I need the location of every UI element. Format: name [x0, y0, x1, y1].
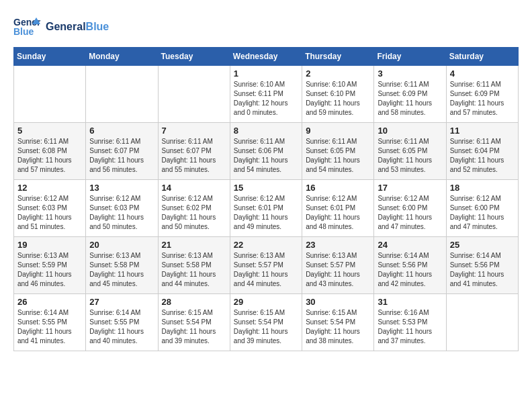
calendar-week-row: 26Sunrise: 6:14 AM Sunset: 5:55 PM Dayli… [14, 294, 519, 351]
calendar-week-row: 19Sunrise: 6:13 AM Sunset: 5:59 PM Dayli… [14, 237, 519, 294]
calendar-cell [446, 294, 518, 351]
calendar-cell [86, 66, 158, 123]
cell-content: Sunrise: 6:11 AM Sunset: 6:09 PM Dayligh… [450, 80, 515, 118]
weekday-header-tuesday: Tuesday [158, 48, 230, 66]
day-number: 17 [378, 183, 442, 193]
day-number: 4 [450, 68, 515, 79]
calendar-header-row: SundayMondayTuesdayWednesdayThursdayFrid… [14, 48, 519, 66]
calendar-cell: 28Sunrise: 6:15 AM Sunset: 5:54 PM Dayli… [158, 294, 230, 351]
day-number: 19 [17, 240, 82, 250]
cell-content: Sunrise: 6:13 AM Sunset: 5:57 PM Dayligh… [306, 251, 370, 289]
calendar-cell: 29Sunrise: 6:15 AM Sunset: 5:54 PM Dayli… [230, 294, 302, 351]
calendar-cell: 13Sunrise: 6:12 AM Sunset: 6:03 PM Dayli… [86, 180, 158, 237]
cell-content: Sunrise: 6:13 AM Sunset: 5:57 PM Dayligh… [234, 251, 298, 289]
calendar-cell: 6Sunrise: 6:11 AM Sunset: 6:07 PM Daylig… [86, 123, 158, 180]
weekday-header-thursday: Thursday [302, 48, 374, 66]
cell-content: Sunrise: 6:12 AM Sunset: 6:02 PM Dayligh… [162, 194, 226, 232]
cell-content: Sunrise: 6:14 AM Sunset: 5:55 PM Dayligh… [89, 308, 154, 346]
calendar-week-row: 12Sunrise: 6:12 AM Sunset: 6:03 PM Dayli… [14, 180, 519, 237]
day-number: 24 [378, 240, 442, 250]
cell-content: Sunrise: 6:10 AM Sunset: 6:11 PM Dayligh… [234, 80, 298, 118]
day-number: 15 [234, 183, 298, 193]
calendar-cell: 23Sunrise: 6:13 AM Sunset: 5:57 PM Dayli… [302, 237, 374, 294]
day-number: 20 [89, 240, 154, 250]
logo: General Blue GeneralBlue [13, 13, 109, 40]
weekday-header-friday: Friday [374, 48, 446, 66]
cell-content: Sunrise: 6:11 AM Sunset: 6:07 PM Dayligh… [162, 137, 226, 175]
cell-content: Sunrise: 6:13 AM Sunset: 5:58 PM Dayligh… [89, 251, 154, 289]
cell-content: Sunrise: 6:12 AM Sunset: 6:03 PM Dayligh… [89, 194, 154, 232]
day-number: 26 [17, 297, 82, 307]
calendar-cell: 9Sunrise: 6:11 AM Sunset: 6:05 PM Daylig… [302, 123, 374, 180]
weekday-header-monday: Monday [86, 48, 158, 66]
calendar-cell: 5Sunrise: 6:11 AM Sunset: 6:08 PM Daylig… [14, 123, 86, 180]
day-number: 10 [378, 126, 442, 136]
day-number: 23 [306, 240, 370, 250]
calendar-cell: 1Sunrise: 6:10 AM Sunset: 6:11 PM Daylig… [230, 66, 302, 123]
calendar-cell: 8Sunrise: 6:11 AM Sunset: 6:06 PM Daylig… [230, 123, 302, 180]
day-number: 29 [234, 297, 298, 307]
calendar-table: SundayMondayTuesdayWednesdayThursdayFrid… [13, 47, 519, 351]
weekday-header-sunday: Sunday [14, 48, 86, 66]
cell-content: Sunrise: 6:11 AM Sunset: 6:04 PM Dayligh… [450, 137, 515, 175]
day-number: 21 [162, 240, 226, 250]
cell-content: Sunrise: 6:15 AM Sunset: 5:54 PM Dayligh… [162, 308, 226, 346]
calendar-cell: 7Sunrise: 6:11 AM Sunset: 6:07 PM Daylig… [158, 123, 230, 180]
logo-general: General [46, 21, 86, 32]
day-number: 13 [89, 183, 154, 193]
cell-content: Sunrise: 6:15 AM Sunset: 5:54 PM Dayligh… [306, 308, 370, 346]
calendar-cell: 15Sunrise: 6:12 AM Sunset: 6:01 PM Dayli… [230, 180, 302, 237]
calendar-cell: 18Sunrise: 6:12 AM Sunset: 6:00 PM Dayli… [446, 180, 518, 237]
calendar-cell: 20Sunrise: 6:13 AM Sunset: 5:58 PM Dayli… [86, 237, 158, 294]
calendar-cell: 17Sunrise: 6:12 AM Sunset: 6:00 PM Dayli… [374, 180, 446, 237]
cell-content: Sunrise: 6:14 AM Sunset: 5:56 PM Dayligh… [378, 251, 442, 289]
cell-content: Sunrise: 6:14 AM Sunset: 5:55 PM Dayligh… [17, 308, 82, 346]
cell-content: Sunrise: 6:10 AM Sunset: 6:10 PM Dayligh… [306, 80, 370, 118]
calendar-cell: 27Sunrise: 6:14 AM Sunset: 5:55 PM Dayli… [86, 294, 158, 351]
cell-content: Sunrise: 6:11 AM Sunset: 6:06 PM Dayligh… [234, 137, 298, 175]
cell-content: Sunrise: 6:15 AM Sunset: 5:54 PM Dayligh… [234, 308, 298, 346]
calendar-cell [158, 66, 230, 123]
day-number: 9 [306, 126, 370, 136]
cell-content: Sunrise: 6:11 AM Sunset: 6:07 PM Dayligh… [89, 137, 154, 175]
cell-content: Sunrise: 6:11 AM Sunset: 6:09 PM Dayligh… [378, 80, 442, 118]
day-number: 12 [17, 183, 82, 193]
day-number: 8 [234, 126, 298, 136]
weekday-header-wednesday: Wednesday [230, 48, 302, 66]
calendar-cell: 2Sunrise: 6:10 AM Sunset: 6:10 PM Daylig… [302, 66, 374, 123]
calendar-cell [14, 66, 86, 123]
cell-content: Sunrise: 6:11 AM Sunset: 6:05 PM Dayligh… [378, 137, 442, 175]
svg-text:Blue: Blue [13, 26, 34, 37]
cell-content: Sunrise: 6:13 AM Sunset: 5:59 PM Dayligh… [17, 251, 82, 289]
logo-icon: General Blue [13, 13, 40, 40]
cell-content: Sunrise: 6:13 AM Sunset: 5:58 PM Dayligh… [162, 251, 226, 289]
day-number: 14 [162, 183, 226, 193]
calendar-cell: 19Sunrise: 6:13 AM Sunset: 5:59 PM Dayli… [14, 237, 86, 294]
calendar-cell: 3Sunrise: 6:11 AM Sunset: 6:09 PM Daylig… [374, 66, 446, 123]
day-number: 25 [450, 240, 515, 250]
day-number: 30 [306, 297, 370, 307]
calendar-cell: 31Sunrise: 6:16 AM Sunset: 5:53 PM Dayli… [374, 294, 446, 351]
cell-content: Sunrise: 6:12 AM Sunset: 6:01 PM Dayligh… [306, 194, 370, 232]
day-number: 28 [162, 297, 226, 307]
day-number: 22 [234, 240, 298, 250]
day-number: 5 [17, 126, 82, 136]
weekday-header-saturday: Saturday [446, 48, 518, 66]
day-number: 27 [89, 297, 154, 307]
calendar-cell: 24Sunrise: 6:14 AM Sunset: 5:56 PM Dayli… [374, 237, 446, 294]
cell-content: Sunrise: 6:11 AM Sunset: 6:08 PM Dayligh… [17, 137, 82, 175]
calendar-week-row: 1Sunrise: 6:10 AM Sunset: 6:11 PM Daylig… [14, 66, 519, 123]
calendar-cell: 11Sunrise: 6:11 AM Sunset: 6:04 PM Dayli… [446, 123, 518, 180]
calendar-cell: 12Sunrise: 6:12 AM Sunset: 6:03 PM Dayli… [14, 180, 86, 237]
cell-content: Sunrise: 6:12 AM Sunset: 6:00 PM Dayligh… [378, 194, 442, 232]
calendar-cell: 16Sunrise: 6:12 AM Sunset: 6:01 PM Dayli… [302, 180, 374, 237]
cell-content: Sunrise: 6:12 AM Sunset: 6:00 PM Dayligh… [450, 194, 515, 232]
calendar-cell: 14Sunrise: 6:12 AM Sunset: 6:02 PM Dayli… [158, 180, 230, 237]
day-number: 16 [306, 183, 370, 193]
day-number: 7 [162, 126, 226, 136]
calendar-cell: 10Sunrise: 6:11 AM Sunset: 6:05 PM Dayli… [374, 123, 446, 180]
cell-content: Sunrise: 6:14 AM Sunset: 5:56 PM Dayligh… [450, 251, 515, 289]
calendar-cell: 26Sunrise: 6:14 AM Sunset: 5:55 PM Dayli… [14, 294, 86, 351]
calendar-cell: 30Sunrise: 6:15 AM Sunset: 5:54 PM Dayli… [302, 294, 374, 351]
calendar-cell: 21Sunrise: 6:13 AM Sunset: 5:58 PM Dayli… [158, 237, 230, 294]
